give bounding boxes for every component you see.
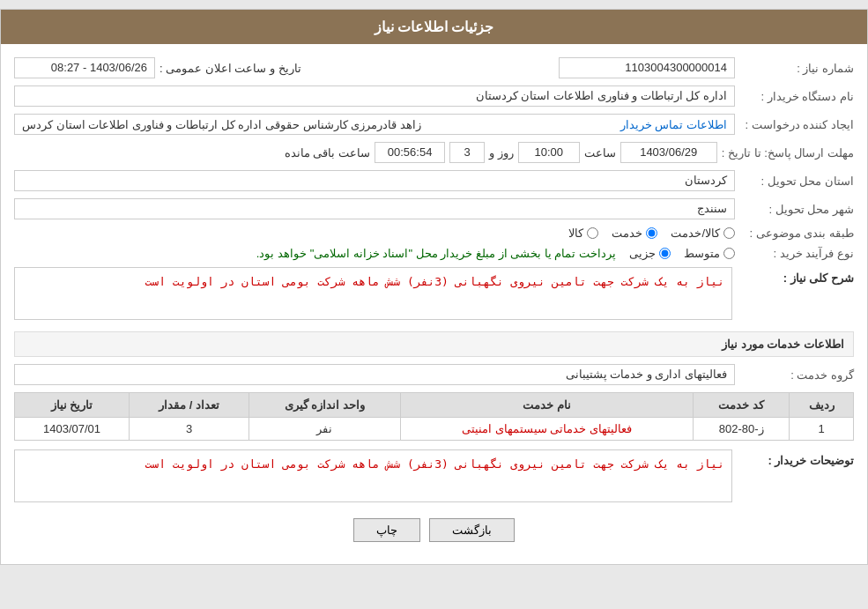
service-group-value: فعالیتهای اداری و خدمات پشتیبانی	[14, 364, 735, 385]
number-value: 1103004300000014	[559, 57, 735, 78]
buyer-desc-label: توضیحات خریدار :	[739, 449, 854, 467]
purchase-type-label: نوع فرآیند خرید :	[739, 247, 854, 260]
purchase-type-note: پرداخت تمام یا بخشی از مبلغ خریدار محل "…	[256, 247, 616, 260]
table-cell: نفر	[249, 418, 401, 441]
deadline-time-label: ساعت	[584, 146, 616, 160]
province-label: استان محل تحویل :	[739, 175, 854, 188]
col-header-date: تاریخ نیاز	[15, 393, 130, 418]
category-radio-group: کالا/خدمت خدمت کالا	[568, 227, 735, 240]
need-description	[14, 267, 732, 320]
col-header-code: کد خدمت	[694, 393, 790, 418]
table-row: 1ز-80-802فعالیتهای خدماتی سیستمهای امنیت…	[15, 418, 854, 441]
deadline-time: 10:00	[518, 142, 580, 163]
page-header: جزئیات اطلاعات نیاز	[1, 10, 867, 44]
table-cell: 3	[130, 418, 249, 441]
col-header-unit: واحد اندازه گیری	[249, 393, 401, 418]
creator-value: زاهد قادرمرزی کارشناس حقوقی اداره کل ارت…	[22, 118, 421, 131]
announce-label: تاریخ و ساعت اعلان عمومی :	[160, 62, 301, 75]
purchase-type-option-medium[interactable]: متوسط	[684, 247, 735, 260]
city-label: شهر محل تحویل :	[739, 203, 854, 216]
col-header-row: ردیف	[790, 393, 854, 418]
back-button[interactable]: بازگشت	[429, 518, 515, 542]
category-option-kala-khedmat[interactable]: کالا/خدمت	[671, 227, 735, 240]
deadline-label: مهلت ارسال پاسخ: تا تاریخ :	[722, 146, 854, 160]
purchase-type-option-small[interactable]: جزیی	[629, 247, 671, 260]
service-group-label: گروه خدمت :	[739, 368, 854, 382]
deadline-days: 3	[449, 142, 485, 163]
creator-label: ایجاد کننده درخواست :	[739, 118, 854, 131]
buyer-desc-wrapper	[14, 449, 732, 505]
purchase-type-radio-group: متوسط جزیی	[629, 247, 735, 260]
number-label: شماره نیاز :	[739, 62, 854, 75]
page-title: جزئیات اطلاعات نیاز	[375, 19, 494, 34]
deadline-remain-label: ساعت باقی مانده	[285, 146, 370, 160]
print-button[interactable]: چاپ	[353, 518, 420, 542]
need-section-title: شرح کلی نیاز :	[739, 267, 854, 285]
city-value: سنندج	[14, 198, 735, 219]
table-cell: 1403/07/01	[15, 418, 130, 441]
buyer-desc	[14, 449, 732, 502]
buttons-row: بازگشت چاپ	[14, 518, 854, 542]
province-value: کردستان	[14, 170, 735, 191]
creator-link[interactable]: اطلاعات تماس خریدار	[620, 118, 727, 131]
deadline-remain: 00:56:54	[375, 142, 445, 163]
category-option-khedmat[interactable]: خدمت	[612, 227, 657, 240]
category-option-kala[interactable]: کالا	[568, 227, 598, 240]
services-table: ردیف کد خدمت نام خدمت واحد اندازه گیری ت…	[14, 392, 854, 441]
col-header-qty: تعداد / مقدار	[130, 393, 249, 418]
category-label: طبقه بندی موضوعی :	[739, 227, 854, 240]
buyer-label: نام دستگاه خریدار :	[739, 90, 854, 103]
table-cell: 1	[790, 418, 854, 441]
buyer-value: اداره کل ارتباطات و فناوری اطلاعات استان…	[14, 85, 735, 107]
deadline-day-label: روز و	[489, 146, 514, 160]
table-cell: ز-80-802	[694, 418, 790, 441]
table-cell: فعالیتهای خدماتی سیستمهای امنیتی	[400, 418, 694, 441]
services-section-title: اطلاعات خدمات مورد نیاز	[14, 331, 854, 357]
col-header-name: نام خدمت	[400, 393, 694, 418]
need-description-wrapper	[14, 267, 732, 323]
creator-value-box: اطلاعات تماس خریدار زاهد قادرمرزی کارشنا…	[14, 114, 735, 135]
deadline-date: 1403/06/29	[620, 142, 717, 163]
announce-value: 1403/06/26 - 08:27	[14, 57, 155, 78]
